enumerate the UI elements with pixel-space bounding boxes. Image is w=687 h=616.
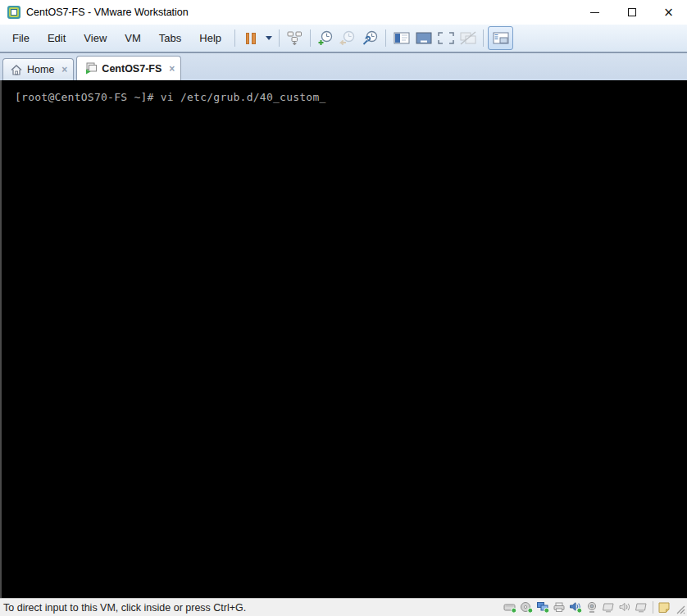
window-controls: × (576, 0, 687, 25)
title-bar: CentOS7-FS - VMware Workstation × (0, 0, 687, 25)
manage-snapshots-button[interactable] (359, 27, 381, 49)
printer-icon[interactable] (552, 600, 567, 614)
send-ctrl-alt-del-button[interactable] (284, 27, 306, 49)
vm-console-screen[interactable]: [root@CentOS70-FS ~]# vi /etc/grub.d/40_… (0, 80, 687, 598)
ctrl-alt-del-icon (286, 30, 303, 46)
tab-label: Home (27, 64, 54, 75)
maximize-button[interactable] (613, 0, 650, 25)
device-status-icons (503, 600, 685, 614)
network-adapter-icon[interactable] (535, 600, 551, 614)
sound-icon[interactable] (568, 600, 584, 614)
snapshot-manager-icon (362, 30, 380, 46)
menu-file[interactable]: File (3, 25, 39, 52)
suspend-dropdown-button[interactable] (262, 27, 275, 49)
show-library-button[interactable] (390, 27, 412, 49)
menu-toolbar: File Edit View VM Tabs Help (0, 25, 687, 52)
statusbar-separator (653, 601, 653, 614)
status-message: To direct input to this VM, click inside… (3, 602, 246, 614)
webcam-icon[interactable] (585, 600, 600, 614)
take-snapshot-button[interactable] (315, 27, 337, 49)
status-bar: To direct input to this VM, click inside… (0, 598, 687, 616)
minimize-button[interactable] (576, 0, 613, 25)
suspend-vm-button[interactable] (239, 27, 262, 49)
cd-dvd-icon[interactable] (519, 600, 535, 614)
chevron-down-icon (266, 36, 272, 40)
unity-icon (459, 31, 477, 45)
hard-disk-icon[interactable] (503, 600, 518, 614)
library-panel-icon (393, 31, 411, 45)
tab-label: CentOS7-FS (102, 63, 162, 75)
tab-bar: Home × CentOS7-FS × (0, 52, 687, 80)
menu-vm[interactable]: VM (116, 25, 150, 52)
toolbar-separator (385, 29, 386, 47)
note-icon[interactable] (657, 600, 672, 614)
menu-tabs[interactable]: Tabs (150, 25, 190, 52)
thumbnail-bar-icon (415, 31, 433, 45)
toolbar-separator (483, 29, 484, 47)
tab-close-icon[interactable]: × (169, 64, 175, 74)
close-button[interactable]: × (650, 0, 687, 25)
speaker-icon[interactable] (617, 600, 633, 614)
home-icon (10, 64, 23, 75)
pause-icon (246, 33, 256, 44)
vm-play-icon (84, 62, 98, 75)
vmware-workstation-window: CentOS7-FS - VMware Workstation × File E… (0, 0, 687, 616)
toolbar-separator (310, 29, 311, 47)
display2-icon[interactable] (634, 600, 649, 614)
unity-mode-button[interactable] (457, 27, 479, 49)
resize-grip[interactable] (673, 600, 685, 614)
console-view-icon (492, 31, 510, 46)
enter-full-screen-button[interactable] (434, 27, 457, 49)
window-title: CentOS7-FS - VMware Workstation (26, 7, 189, 18)
menu-help[interactable]: Help (190, 25, 230, 52)
close-icon: × (663, 5, 674, 20)
minimize-icon (590, 12, 599, 13)
console-view-toggle-button[interactable] (488, 26, 513, 50)
terminal-cursor: _ (320, 91, 326, 103)
snapshot-revert-icon (339, 30, 357, 46)
toolbar-separator (234, 29, 235, 47)
tab-centos7-fs[interactable]: CentOS7-FS × (76, 56, 181, 80)
terminal-prompt-line: [root@CentOS70-FS ~]# vi /etc/grub.d/40_… (15, 91, 320, 103)
tab-home[interactable]: Home × (2, 58, 74, 80)
toolbar-separator (279, 29, 280, 47)
revert-snapshot-button[interactable] (337, 27, 359, 49)
display-icon[interactable] (601, 600, 616, 614)
maximize-icon (628, 8, 636, 16)
snapshot-add-icon (317, 30, 334, 46)
menu-edit[interactable]: Edit (39, 25, 75, 52)
show-thumbnail-bar-button[interactable] (412, 27, 434, 49)
menu-view[interactable]: View (75, 25, 116, 52)
fullscreen-icon (437, 31, 455, 45)
vmware-workstation-icon (7, 6, 20, 19)
tab-close-icon[interactable]: × (61, 65, 67, 75)
